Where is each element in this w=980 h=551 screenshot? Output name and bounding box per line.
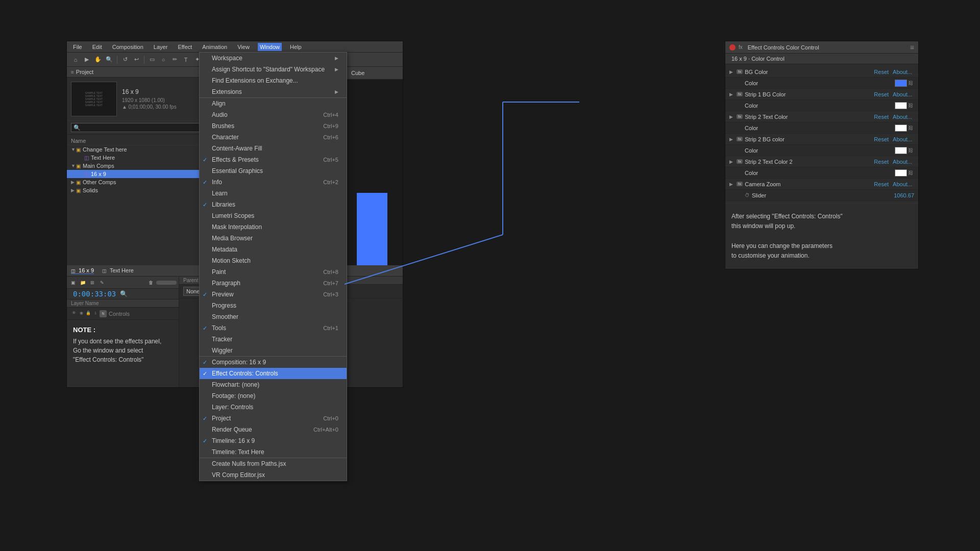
menu-timeline-16x9[interactable]: Timeline: 16 x 9 [200,435,347,446]
lock-icon[interactable]: 🔒 [85,310,91,316]
ec-reset-strip2-bg[interactable]: Reset [872,136,891,142]
ec-expand-strip2-text[interactable]: ▶ [729,114,737,119]
menu-progress[interactable]: Progress [200,300,347,311]
ec-close-button[interactable] [729,44,736,51]
menu-smoother[interactable]: Smoother [200,311,347,322]
menu-essential-graphics[interactable]: Essential Graphics [200,165,347,177]
select-icon[interactable]: ▶ [82,55,91,64]
ec-about-strip2-text2[interactable]: About... [891,159,914,165]
ec-chain-strip2-bg[interactable]: ⛓ [908,147,913,153]
ec-chain-strip2-text[interactable]: ⛓ [908,125,913,131]
time-display[interactable]: 0:00:33:03 [69,290,120,298]
timeline-search-icon[interactable]: 🔍 [120,290,128,297]
menu-effect[interactable]: Effect [176,43,194,51]
menu-info[interactable]: Info Ctrl+2 [200,177,347,188]
menu-content-aware-fill[interactable]: Content-Aware Fill [200,143,347,154]
menu-brushes[interactable]: Brushes Ctrl+9 [200,120,347,132]
ec-reset-bg-color[interactable]: Reset [872,69,891,75]
menu-create-nulls[interactable]: Create Nulls from Paths.jsx [200,458,347,469]
ec-chain-strip1[interactable]: ⛓ [908,103,913,108]
menu-assign-shortcut[interactable]: Assign Shortcut to "Standard" Workspace … [200,64,347,75]
menu-effect-controls[interactable]: Effect Controls: Controls [200,368,347,379]
ec-color-swatch-strip2-text[interactable] [895,124,907,132]
menu-find-extensions[interactable]: Find Extensions on Exchange... [200,75,347,86]
menu-paragraph[interactable]: Paragraph Ctrl+7 [200,278,347,289]
ec-about-strip2-bg[interactable]: About... [891,136,914,142]
menu-footage[interactable]: Footage: (none) [200,390,347,402]
menu-wiggler[interactable]: Wiggler [200,345,347,356]
menu-flowchart[interactable]: Flowchart: (none) [200,379,347,390]
menu-layer-controls[interactable]: Layer: Controls [200,402,347,413]
menu-view[interactable]: View [235,43,252,51]
menu-libraries[interactable]: Libraries [200,199,347,210]
menu-timeline-text-here[interactable]: Timeline: Text Here [200,446,347,458]
menu-learn[interactable]: Learn [200,188,347,199]
tl-icon-render[interactable]: ⊞ [88,279,96,287]
menu-media-browser[interactable]: Media Browser [200,233,347,244]
tl-opacity-bar[interactable] [156,281,177,285]
menu-paint[interactable]: Paint Ctrl+8 [200,266,347,278]
home-icon[interactable]: ⌂ [71,55,80,64]
hand-icon[interactable]: ✋ [93,55,103,64]
menu-workspace[interactable]: Workspace ▶ [200,53,347,64]
ec-about-camera-zoom[interactable]: About... [891,181,914,187]
zoom-icon[interactable]: 🔍 [105,55,114,64]
ec-reset-camera-zoom[interactable]: Reset [872,181,891,187]
text-icon[interactable]: T [181,55,190,64]
pen-icon[interactable]: ✏ [170,55,179,64]
menu-motion-sketch[interactable]: Motion Sketch [200,255,347,266]
rotate-icon[interactable]: ↺ [120,55,130,64]
ec-reset-strip2-text2[interactable]: Reset [872,159,891,165]
visibility-icon[interactable]: 👁 [71,310,77,316]
menu-window[interactable]: Window [258,43,282,51]
ec-color-swatch-strip1[interactable] [895,102,907,109]
ellipse-icon[interactable]: ○ [159,55,168,64]
ec-expand-camera-zoom[interactable]: ▶ [729,182,737,187]
tab-cube[interactable]: Cube [348,69,368,77]
menu-tools[interactable]: Tools Ctrl+1 [200,322,347,334]
layer-item-controls[interactable]: 👁 ◉ 🔒 1 N Controls [67,308,179,320]
timeline-tab-texthere[interactable]: ◫ Text Here [102,267,134,274]
menu-layer[interactable]: Layer [152,43,170,51]
menu-help[interactable]: Help [288,43,304,51]
timeline-tab-16x9[interactable]: ◫ 16 x 9 [71,267,94,274]
menu-vr-comp-editor[interactable]: VR Comp Editor.jsx [200,469,347,481]
menu-metadata[interactable]: Metadata [200,244,347,255]
ec-chain-bg[interactable]: ⛓ [908,80,913,86]
menu-mask-interpolation[interactable]: Mask Interpolation [200,221,347,233]
menu-edit[interactable]: Edit [90,43,104,51]
menu-character[interactable]: Character Ctrl+6 [200,132,347,143]
ec-menu-button[interactable]: ≡ [910,43,914,52]
menu-composition[interactable]: Composition [110,43,145,51]
rect-icon[interactable]: ▭ [148,55,157,64]
comp-thumbnail[interactable]: SAMPLE TEXTSAMPLE TEXTSAMPLE TEXTSAMPLE … [71,82,117,116]
menu-extensions[interactable]: Extensions ▶ [200,86,347,97]
ec-reset-strip2-text[interactable]: Reset [872,114,891,120]
menu-effects-presets[interactable]: Effects & Presets Ctrl+5 [200,154,347,165]
tl-icon-folder[interactable]: 📁 [79,279,87,287]
menu-render-queue[interactable]: Render Queue Ctrl+Alt+0 [200,424,347,435]
menu-audio[interactable]: Audio Ctrl+4 [200,109,347,120]
ec-expand-strip2-bg[interactable]: ▶ [729,137,737,142]
ec-about-strip1-bg[interactable]: About... [891,91,914,97]
menu-tracker[interactable]: Tracker [200,334,347,345]
tl-icon-brush[interactable]: ✎ [98,279,106,287]
ec-chain-strip2-text2[interactable]: ⛓ [908,170,913,176]
menu-animation[interactable]: Animation [200,43,229,51]
ec-expand-strip2-text2[interactable]: ▶ [729,159,737,164]
tl-icon-layer[interactable]: ▣ [69,279,77,287]
ec-color-swatch-bg[interactable] [895,80,907,87]
menu-preview[interactable]: Preview Ctrl+3 [200,289,347,300]
ec-reset-strip1-bg[interactable]: Reset [872,91,891,97]
ec-expand-bg-color[interactable]: ▶ [729,69,737,74]
ec-color-swatch-strip2-text2[interactable] [895,169,907,177]
ec-expand-strip1-bg[interactable]: ▶ [729,92,737,97]
audio-icon[interactable]: ◉ [78,310,84,316]
menu-file[interactable]: File [71,43,84,51]
tl-icon-delete[interactable]: 🗑 [146,279,155,287]
ec-slider-value[interactable]: 1060.67 [889,192,914,198]
ec-color-swatch-strip2-bg[interactable] [895,147,907,154]
menu-align[interactable]: Align [200,98,347,109]
undo-icon[interactable]: ↩ [132,55,141,64]
ec-about-bg-color[interactable]: About... [891,69,914,75]
